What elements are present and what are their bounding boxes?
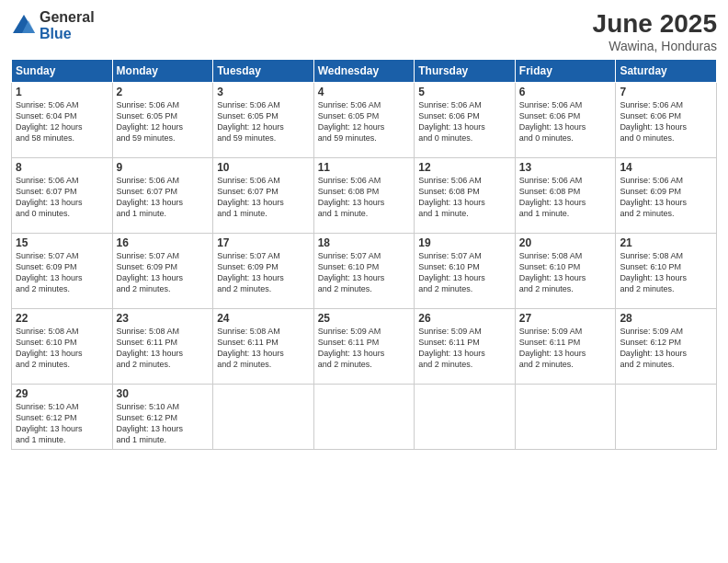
day-number: 3	[217, 86, 310, 98]
calendar-week-row: 15Sunrise: 5:07 AMSunset: 6:09 PMDayligh…	[12, 234, 717, 309]
calendar-cell: 19Sunrise: 5:07 AMSunset: 6:10 PMDayligh…	[415, 234, 516, 309]
calendar-cell: 10Sunrise: 5:06 AMSunset: 6:07 PMDayligh…	[213, 158, 314, 234]
day-number: 4	[318, 86, 411, 98]
day-info: Sunrise: 5:09 AMSunset: 6:11 PMDaylight:…	[519, 327, 586, 369]
calendar-cell	[415, 385, 516, 450]
calendar-cell	[213, 385, 314, 450]
day-info: Sunrise: 5:09 AMSunset: 6:12 PMDaylight:…	[620, 327, 687, 369]
day-number: 29	[16, 387, 108, 400]
day-number: 22	[16, 312, 108, 325]
day-info: Sunrise: 5:07 AMSunset: 6:09 PMDaylight:…	[117, 251, 184, 293]
day-number: 27	[519, 312, 612, 325]
day-number: 17	[217, 236, 310, 249]
calendar-cell: 26Sunrise: 5:09 AMSunset: 6:11 PMDayligh…	[415, 309, 516, 385]
day-number: 28	[620, 312, 712, 325]
day-number: 6	[519, 86, 612, 98]
day-number: 20	[519, 236, 612, 249]
day-info: Sunrise: 5:06 AMSunset: 6:05 PMDaylight:…	[117, 100, 184, 143]
calendar-cell: 23Sunrise: 5:08 AMSunset: 6:11 PMDayligh…	[112, 309, 213, 385]
page-container: General Blue June 2025 Wawina, Honduras …	[0, 0, 728, 563]
calendar-cell: 5Sunrise: 5:06 AMSunset: 6:06 PMDaylight…	[415, 83, 516, 158]
calendar-body: 1Sunrise: 5:06 AMSunset: 6:04 PMDaylight…	[12, 83, 717, 450]
day-info: Sunrise: 5:06 AMSunset: 6:07 PMDaylight:…	[217, 176, 284, 218]
day-number: 23	[117, 312, 210, 325]
col-header-sunday: Sunday	[12, 60, 113, 83]
logo-icon	[11, 13, 37, 39]
logo-text: General Blue	[40, 9, 95, 41]
col-header-friday: Friday	[515, 60, 616, 83]
day-info: Sunrise: 5:06 AMSunset: 6:09 PMDaylight:…	[620, 176, 687, 218]
day-info: Sunrise: 5:06 AMSunset: 6:04 PMDaylight:…	[16, 100, 83, 143]
day-info: Sunrise: 5:08 AMSunset: 6:10 PMDaylight:…	[16, 327, 83, 369]
calendar-table: SundayMondayTuesdayWednesdayThursdayFrid…	[11, 59, 717, 450]
calendar-cell: 16Sunrise: 5:07 AMSunset: 6:09 PMDayligh…	[112, 234, 213, 309]
day-number: 9	[117, 161, 210, 174]
calendar-cell: 21Sunrise: 5:08 AMSunset: 6:10 PMDayligh…	[616, 234, 717, 309]
day-info: Sunrise: 5:10 AMSunset: 6:12 PMDaylight:…	[117, 402, 184, 444]
calendar-cell	[616, 385, 717, 450]
day-number: 16	[117, 236, 210, 249]
calendar-cell: 29Sunrise: 5:10 AMSunset: 6:12 PMDayligh…	[12, 385, 113, 450]
month-title: June 2025	[593, 9, 717, 39]
day-number: 24	[217, 312, 310, 325]
location: Wawina, Honduras	[593, 39, 717, 53]
calendar-cell: 8Sunrise: 5:06 AMSunset: 6:07 PMDaylight…	[12, 158, 113, 234]
calendar-cell: 6Sunrise: 5:06 AMSunset: 6:06 PMDaylight…	[515, 83, 616, 158]
day-info: Sunrise: 5:07 AMSunset: 6:09 PMDaylight:…	[217, 251, 284, 293]
calendar-cell: 24Sunrise: 5:08 AMSunset: 6:11 PMDayligh…	[213, 309, 314, 385]
day-info: Sunrise: 5:06 AMSunset: 6:06 PMDaylight:…	[620, 100, 687, 143]
day-info: Sunrise: 5:06 AMSunset: 6:06 PMDaylight:…	[418, 100, 485, 143]
calendar-cell: 9Sunrise: 5:06 AMSunset: 6:07 PMDaylight…	[112, 158, 213, 234]
calendar-cell: 11Sunrise: 5:06 AMSunset: 6:08 PMDayligh…	[313, 158, 415, 234]
calendar-week-row: 22Sunrise: 5:08 AMSunset: 6:10 PMDayligh…	[12, 309, 717, 385]
day-number: 14	[620, 161, 712, 174]
day-info: Sunrise: 5:10 AMSunset: 6:12 PMDaylight:…	[16, 402, 83, 444]
calendar-cell: 27Sunrise: 5:09 AMSunset: 6:11 PMDayligh…	[515, 309, 616, 385]
day-info: Sunrise: 5:06 AMSunset: 6:08 PMDaylight:…	[418, 176, 485, 218]
calendar-week-row: 1Sunrise: 5:06 AMSunset: 6:04 PMDaylight…	[12, 83, 717, 158]
day-number: 15	[16, 236, 108, 249]
calendar-cell	[515, 385, 616, 450]
day-info: Sunrise: 5:07 AMSunset: 6:09 PMDaylight:…	[16, 251, 83, 293]
calendar-cell: 14Sunrise: 5:06 AMSunset: 6:09 PMDayligh…	[616, 158, 717, 234]
day-number: 1	[16, 86, 108, 98]
calendar-cell: 28Sunrise: 5:09 AMSunset: 6:12 PMDayligh…	[616, 309, 717, 385]
calendar-cell: 3Sunrise: 5:06 AMSunset: 6:05 PMDaylight…	[213, 83, 314, 158]
day-info: Sunrise: 5:09 AMSunset: 6:11 PMDaylight:…	[318, 327, 385, 369]
day-number: 13	[519, 161, 612, 174]
col-header-monday: Monday	[112, 60, 213, 83]
col-header-tuesday: Tuesday	[213, 60, 314, 83]
calendar-header-row: SundayMondayTuesdayWednesdayThursdayFrid…	[12, 60, 717, 83]
day-info: Sunrise: 5:06 AMSunset: 6:07 PMDaylight:…	[117, 176, 184, 218]
day-info: Sunrise: 5:06 AMSunset: 6:06 PMDaylight:…	[519, 100, 586, 143]
day-number: 7	[620, 86, 712, 98]
day-number: 12	[418, 161, 511, 174]
calendar-week-row: 29Sunrise: 5:10 AMSunset: 6:12 PMDayligh…	[12, 385, 717, 450]
day-info: Sunrise: 5:08 AMSunset: 6:11 PMDaylight:…	[117, 327, 184, 369]
col-header-wednesday: Wednesday	[313, 60, 415, 83]
day-info: Sunrise: 5:06 AMSunset: 6:08 PMDaylight:…	[519, 176, 586, 218]
day-number: 8	[16, 161, 108, 174]
day-number: 5	[418, 86, 511, 98]
col-header-saturday: Saturday	[616, 60, 717, 83]
calendar-cell	[313, 385, 415, 450]
day-number: 11	[318, 161, 411, 174]
day-info: Sunrise: 5:06 AMSunset: 6:05 PMDaylight:…	[217, 100, 284, 143]
calendar-cell: 18Sunrise: 5:07 AMSunset: 6:10 PMDayligh…	[313, 234, 415, 309]
calendar-cell: 20Sunrise: 5:08 AMSunset: 6:10 PMDayligh…	[515, 234, 616, 309]
day-number: 10	[217, 161, 310, 174]
calendar-cell: 7Sunrise: 5:06 AMSunset: 6:06 PMDaylight…	[616, 83, 717, 158]
header: General Blue June 2025 Wawina, Honduras	[11, 9, 717, 53]
day-info: Sunrise: 5:07 AMSunset: 6:10 PMDaylight:…	[318, 251, 385, 293]
logo-general: General	[40, 9, 95, 26]
calendar-cell: 17Sunrise: 5:07 AMSunset: 6:09 PMDayligh…	[213, 234, 314, 309]
day-info: Sunrise: 5:07 AMSunset: 6:10 PMDaylight:…	[418, 251, 485, 293]
calendar-cell: 12Sunrise: 5:06 AMSunset: 6:08 PMDayligh…	[415, 158, 516, 234]
calendar-cell: 2Sunrise: 5:06 AMSunset: 6:05 PMDaylight…	[112, 83, 213, 158]
day-info: Sunrise: 5:06 AMSunset: 6:08 PMDaylight:…	[318, 176, 385, 218]
day-info: Sunrise: 5:08 AMSunset: 6:10 PMDaylight:…	[519, 251, 586, 293]
col-header-thursday: Thursday	[415, 60, 516, 83]
day-info: Sunrise: 5:08 AMSunset: 6:11 PMDaylight:…	[217, 327, 284, 369]
calendar-cell: 4Sunrise: 5:06 AMSunset: 6:05 PMDaylight…	[313, 83, 415, 158]
day-number: 18	[318, 236, 411, 249]
